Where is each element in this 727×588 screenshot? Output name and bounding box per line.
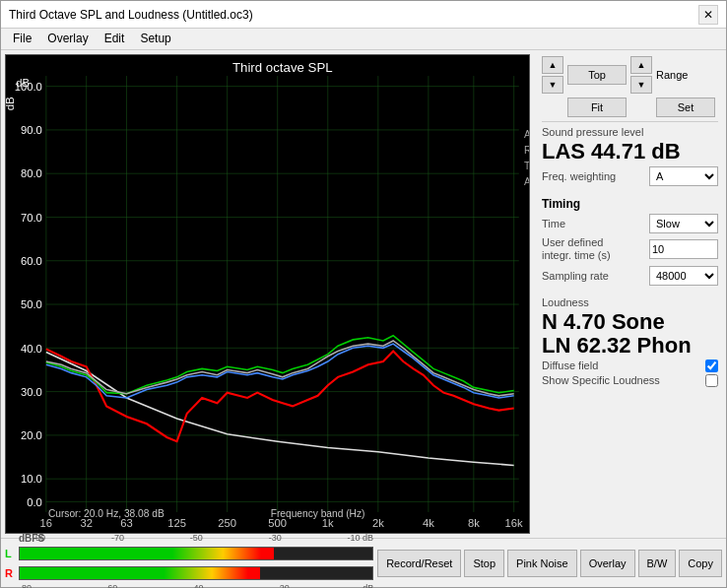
svg-text:8k: 8k: [468, 517, 480, 529]
loudness-section-label: Loudness: [542, 296, 718, 308]
right-meter-bar: [20, 567, 260, 579]
bw-button[interactable]: B/W: [638, 550, 677, 577]
range-up-button[interactable]: ▲: [630, 56, 652, 74]
right-channel-row: R: [5, 563, 373, 583]
svg-text:250: 250: [218, 517, 236, 529]
scale-bottom: -80 -60 -40 -20 dB: [5, 583, 373, 588]
svg-text:A: A: [524, 176, 529, 187]
top-nav-group: ▲ ▼: [542, 56, 563, 94]
menu-edit[interactable]: Edit: [97, 31, 133, 47]
left-channel-row: L: [5, 544, 373, 563]
fit-button[interactable]: Fit: [567, 98, 627, 117]
nav-buttons-row: ▲ ▼ Top ▲ ▼ Range: [542, 56, 718, 94]
bottom-bar: dBFS -90 -70 -50 -30 -10 dB L R: [1, 538, 726, 587]
dBFS-label: dBFS: [19, 533, 33, 544]
right-panel: ▲ ▼ Top ▲ ▼ Range Fit Set Sound pressure…: [534, 50, 726, 538]
menu-overlay[interactable]: Overlay: [39, 31, 96, 47]
left-channel-label: L: [5, 548, 17, 559]
sampling-rate-label: Sampling rate: [542, 270, 609, 282]
svg-text:T: T: [524, 161, 529, 171]
range-down-button[interactable]: ▼: [630, 76, 652, 94]
svg-text:Cursor:  20.0 Hz, 38.08 dB: Cursor: 20.0 Hz, 38.08 dB: [48, 508, 165, 519]
svg-rect-0: [6, 55, 529, 533]
svg-text:60.0: 60.0: [21, 255, 42, 267]
range-label: Range: [656, 69, 688, 81]
spl-section-label: Sound pressure level: [542, 126, 718, 138]
title-bar: Third Octave SPL and Loudness (Untitled.…: [1, 1, 726, 29]
svg-text:70.0: 70.0: [21, 212, 42, 224]
ln-value: LN 62.32 Phon: [542, 334, 718, 358]
menu-file[interactable]: File: [5, 31, 39, 47]
right-meter-bar-container: [19, 566, 373, 580]
timing-section: Timing Time Slow Fast User defined integ…: [542, 197, 718, 288]
range-nav-group: ▲ ▼: [630, 56, 652, 94]
svg-text:dB: dB: [16, 76, 30, 88]
svg-text:30.0: 30.0: [21, 386, 42, 398]
freq-weighting-row: Freq. weighting A B C: [542, 166, 718, 186]
sampling-rate-dropdown[interactable]: 48000 44100: [649, 266, 718, 286]
svg-text:80.0: 80.0: [21, 167, 42, 179]
svg-text:Frequency band (Hz): Frequency band (Hz): [271, 508, 365, 519]
menu-bar: File Overlay Edit Setup: [1, 29, 726, 50]
left-meter-bar-container: [19, 547, 373, 560]
svg-text:A: A: [524, 129, 529, 140]
top-up-button[interactable]: ▲: [542, 56, 563, 74]
meter-section: dBFS -90 -70 -50 -30 -10 dB L R: [5, 533, 373, 588]
timing-label: Timing: [542, 197, 718, 211]
svg-text:90.0: 90.0: [21, 124, 42, 136]
menu-setup[interactable]: Setup: [132, 31, 178, 47]
diffuse-field-label: Diffuse field: [542, 359, 598, 371]
time-row: Time Slow Fast: [542, 214, 718, 233]
n-value: N 4.70 Sone: [542, 310, 718, 334]
top-button[interactable]: Top: [567, 65, 627, 85]
show-specific-label: Show Specific Loudness: [542, 374, 660, 386]
main-window: Third Octave SPL and Loudness (Untitled.…: [0, 0, 727, 588]
chart-area: 100.0 90.0 80.0 70.0 60.0 50.0 40.0 30.0…: [5, 54, 530, 534]
loudness-section: Loudness N 4.70 Sone LN 62.32 Phon Diffu…: [542, 296, 718, 389]
main-content: 100.0 90.0 80.0 70.0 60.0 50.0 40.0 30.0…: [1, 50, 726, 538]
action-buttons: Record/Reset Stop Pink Noise Overlay B/W…: [377, 550, 722, 577]
chart-svg: 100.0 90.0 80.0 70.0 60.0 50.0 40.0 30.0…: [6, 55, 529, 533]
svg-text:20.0: 20.0: [21, 429, 42, 441]
time-label: Time: [542, 218, 565, 229]
time-dropdown[interactable]: Slow Fast: [649, 214, 718, 233]
svg-text:10.0: 10.0: [21, 473, 42, 485]
top-down-button[interactable]: ▼: [542, 76, 563, 94]
scale-top: dBFS -90 -70 -50 -30 -10 dB: [5, 533, 373, 544]
show-specific-checkbox[interactable]: [705, 374, 718, 387]
svg-text:4k: 4k: [423, 517, 434, 529]
diffuse-field-row: Diffuse field: [542, 359, 718, 372]
svg-text:16k: 16k: [505, 517, 523, 529]
svg-text:125: 125: [167, 517, 186, 529]
svg-text:40.0: 40.0: [21, 342, 42, 354]
record-reset-button[interactable]: Record/Reset: [377, 550, 461, 577]
window-title: Third Octave SPL and Loudness (Untitled.…: [9, 8, 253, 22]
svg-text:50.0: 50.0: [21, 298, 42, 310]
svg-text:2k: 2k: [372, 517, 384, 529]
svg-text:R: R: [524, 145, 529, 156]
pink-noise-button[interactable]: Pink Noise: [507, 550, 577, 577]
set-button[interactable]: Set: [656, 98, 715, 117]
left-meter-bar: [20, 548, 274, 559]
overlay-button[interactable]: Overlay: [580, 550, 635, 577]
freq-weighting-dropdown[interactable]: A B C: [649, 166, 718, 186]
right-channel-label: R: [5, 567, 17, 579]
diffuse-field-checkbox[interactable]: [705, 359, 718, 372]
spl-value: LAS 44.71 dB: [542, 140, 718, 163]
user-defined-row: User defined integr. time (s) 10: [542, 236, 718, 262]
svg-text:Third octave SPL: Third octave SPL: [232, 60, 333, 75]
svg-text:dB: dB: [6, 97, 16, 110]
fit-set-row: Fit Set: [542, 98, 718, 117]
user-defined-input[interactable]: 10: [649, 239, 718, 259]
spl-section: Sound pressure level LAS 44.71 dB Freq. …: [542, 121, 718, 189]
svg-text:0.0: 0.0: [27, 495, 42, 507]
show-specific-row: Show Specific Loudness: [542, 374, 718, 387]
sampling-rate-row: Sampling rate 48000 44100: [542, 266, 718, 286]
user-defined-label: User defined integr. time (s): [542, 236, 630, 262]
copy-button[interactable]: Copy: [679, 550, 722, 577]
close-button[interactable]: ✕: [698, 5, 718, 25]
freq-weighting-label: Freq. weighting: [542, 170, 616, 182]
stop-button[interactable]: Stop: [464, 550, 504, 577]
